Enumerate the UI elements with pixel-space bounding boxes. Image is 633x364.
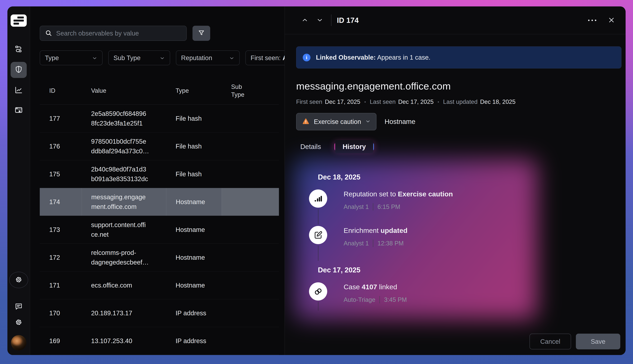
cell-id: 175 (40, 169, 82, 179)
gear-icon (15, 276, 23, 284)
search-box (40, 26, 187, 41)
sidebar-nav (11, 42, 27, 119)
sidebar-item-chat[interactable] (11, 301, 27, 313)
table-row-172[interactable]: 172relcomms-prod- dagnegedescbeef…Hostna… (40, 244, 279, 272)
meta-value: Dec 17, 2025 (398, 98, 434, 105)
cell-type: IP address (166, 308, 222, 318)
event-time: 6:15 PM (377, 204, 400, 210)
cell-subtype (222, 188, 279, 216)
linked-observable-banner: i Linked Observable: Appears in 1 case. (296, 46, 621, 68)
gear-icon (15, 318, 23, 327)
search-input[interactable] (56, 30, 181, 37)
filter-value: A (283, 54, 285, 62)
filter-button[interactable] (192, 26, 210, 41)
search-icon (45, 30, 52, 37)
filter-label: Reputation (181, 54, 212, 62)
app-window: TypeSub TypeReputationFirst seen:A ID Va… (8, 6, 625, 355)
event-body: Case 4107 linkedAuto-Triage3:45 PM (344, 282, 407, 304)
chevron-down-icon (92, 55, 97, 60)
cell-type: Hostname (166, 253, 222, 262)
sidebar-item-shield[interactable] (11, 62, 27, 78)
sidebar-bottom (9, 272, 28, 355)
sidebar-item-route[interactable] (11, 42, 27, 58)
cell-type: Hostname (166, 225, 222, 234)
sidebar-item-browser-click[interactable] (11, 103, 27, 119)
cell-value: ecs.office.com (82, 280, 166, 290)
history-group: Dec 18, 2025Reputation set to Exercise c… (309, 173, 523, 247)
event-title: Enrichment updated (344, 226, 407, 234)
route-icon (14, 45, 23, 54)
banner-text: Appears in 1 case. (376, 54, 430, 61)
event-meta: Auto-Triage3:45 PM (344, 296, 407, 304)
event-title: Case 4107 linked (344, 283, 407, 291)
line-chart-icon (14, 86, 23, 95)
avatar[interactable] (11, 335, 26, 350)
close-panel-button[interactable] (607, 16, 616, 25)
sidebar-item-gear-ring[interactable] (9, 272, 28, 288)
event-meta-divider (373, 240, 373, 247)
save-button[interactable]: Save (576, 334, 620, 350)
meta-value: Dec 18, 2025 (480, 98, 516, 105)
filter-chip-reputation[interactable]: Reputation (176, 50, 240, 65)
table-body: 1772e5a8590cf684896 8fc23de3fa1e25f1File… (40, 104, 279, 355)
reputation-dropdown[interactable]: Exercise caution (296, 113, 376, 130)
cell-value: 2b40c98ed0f7a1d3 b091a3e8353132dc (82, 164, 166, 184)
cell-type: File hash (166, 114, 222, 123)
cell-value: 9785001b0dcf755e ddb8af294a373c0… (82, 136, 166, 156)
reputation-label: Exercise caution (314, 118, 361, 125)
tab-details[interactable]: Details (296, 140, 325, 154)
logo-bars-icon (14, 16, 24, 24)
filter-chip-sub-type[interactable]: Sub Type (108, 50, 170, 65)
history-event: Reputation set to Exercise cautionAnalys… (309, 190, 523, 210)
table-row-173[interactable]: 173support.content.offi ce.netHostname (40, 216, 279, 244)
cell-id: 176 (40, 142, 82, 151)
cell-id: 177 (40, 114, 82, 123)
close-icon (608, 16, 615, 24)
table-row-174[interactable]: 174messaging.engage ment.office.comHostn… (40, 188, 279, 216)
app-logo-icon[interactable] (11, 14, 27, 27)
shield-icon (14, 65, 23, 75)
history-event: Case 4107 linkedAuto-Triage3:45 PM (309, 282, 523, 304)
tab-history[interactable]: History (334, 142, 374, 151)
banner-bold-text: Linked Observable: (316, 54, 376, 61)
event-time: 3:45 PM (384, 296, 407, 303)
cell-type: Hostname (166, 280, 222, 290)
more-options-button[interactable] (585, 16, 599, 24)
signal-bars-icon (309, 190, 327, 208)
filter-chip-first-seen[interactable]: First seen:A (246, 50, 285, 65)
meta-label: Last updated (443, 98, 478, 105)
history-timeline-card: Dec 18, 2025Reputation set to Exercise c… (299, 164, 533, 315)
link-icon (309, 282, 327, 300)
history-date: Dec 17, 2025 (318, 266, 523, 274)
event-title: Reputation set to Exercise caution (344, 190, 453, 198)
previous-record-button[interactable] (300, 16, 309, 25)
chevron-down-icon (316, 16, 323, 24)
detail-header: ID 174 (285, 6, 625, 34)
cell-value: 20.189.173.17 (82, 308, 166, 318)
event-actor: Analyst 1 (344, 204, 369, 210)
event-meta: Analyst 16:15 PM (344, 203, 453, 210)
cell-id: 169 (40, 336, 82, 346)
table-row-169[interactable]: 16913.107.253.40IP address (40, 327, 279, 355)
observable-name: messaging.engagement.office.com (296, 80, 625, 92)
filter-chip-type[interactable]: Type (40, 50, 103, 65)
cancel-button[interactable]: Cancel (530, 334, 571, 350)
sidebar-item-line-chart[interactable] (11, 82, 27, 98)
cell-type: File hash (166, 169, 222, 179)
chevron-down-icon (159, 55, 165, 60)
table-row-177[interactable]: 1772e5a8590cf684896 8fc23de3fa1e25f1File… (40, 104, 279, 132)
filter-label: First seen:A (251, 54, 285, 62)
table-row-170[interactable]: 17020.189.173.17IP address (40, 299, 279, 327)
event-meta: Analyst 112:38 PM (344, 240, 407, 247)
reputation-row: Exercise caution Hostname (296, 113, 625, 130)
warning-icon (302, 118, 310, 126)
next-record-button[interactable] (315, 16, 324, 25)
cell-id: 170 (40, 308, 82, 318)
table-row-176[interactable]: 1769785001b0dcf755e ddb8af294a373c0…File… (40, 132, 279, 160)
sidebar-item-gear[interactable] (11, 316, 27, 329)
observables-table: ID Value Type Sub Type 1772e5a8590cf6848… (40, 77, 279, 355)
table-row-175[interactable]: 1752b40c98ed0f7a1d3 b091a3e8353132dcFile… (40, 160, 279, 188)
observable-type-label: Hostname (384, 118, 415, 126)
event-actor: Auto-Triage (344, 296, 375, 303)
table-row-171[interactable]: 171ecs.office.comHostname (40, 272, 279, 299)
